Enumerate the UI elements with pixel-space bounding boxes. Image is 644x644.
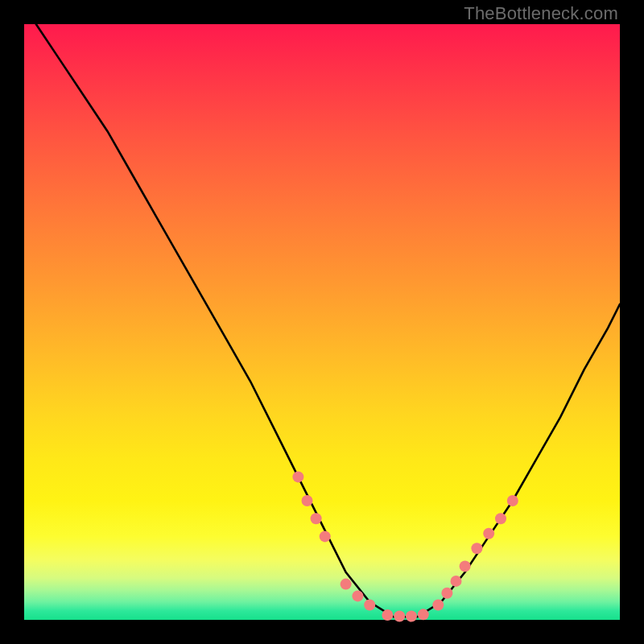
curve-dot — [451, 576, 462, 587]
curve-dot — [292, 471, 303, 482]
outer-frame: TheBottleneck.com — [0, 0, 644, 644]
curve-dot — [320, 530, 331, 542]
chart-svg — [24, 24, 620, 620]
curve-dot — [441, 588, 452, 599]
curve-dot — [460, 560, 471, 572]
curve-dot — [394, 611, 405, 622]
watermark-label: TheBottleneck.com — [464, 3, 618, 24]
curve-dot — [495, 513, 506, 524]
curve-dot — [483, 528, 494, 539]
curve-dot — [352, 590, 363, 601]
bottleneck-curve — [36, 24, 620, 617]
curve-dot — [311, 513, 322, 524]
curve-dot — [341, 579, 352, 590]
curve-dot — [418, 609, 429, 620]
curve-dot — [406, 611, 417, 622]
curve-dot — [302, 495, 313, 506]
curve-dot — [507, 495, 518, 506]
curve-dot — [432, 600, 444, 611]
curve-dots-group — [292, 471, 518, 621]
curve-dot — [471, 543, 482, 554]
gradient-plot-area — [24, 24, 620, 620]
curve-dot — [382, 609, 393, 621]
curve-dot — [364, 600, 375, 611]
